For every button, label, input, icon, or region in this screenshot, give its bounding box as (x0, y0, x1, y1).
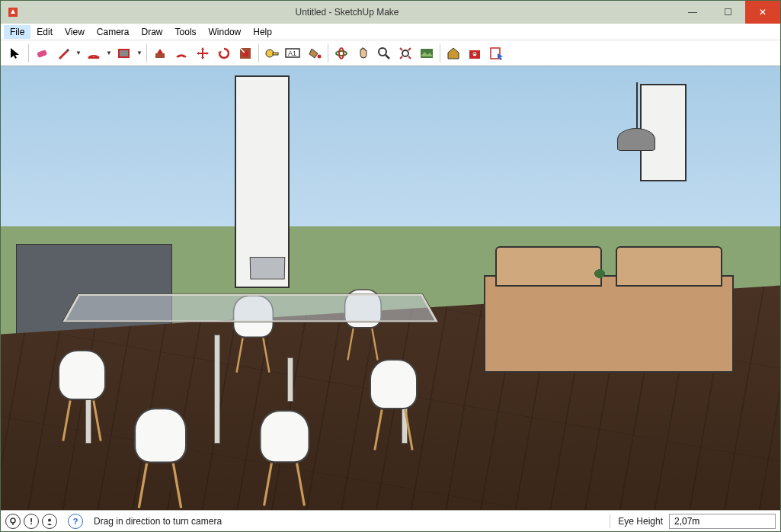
user-icon[interactable] (42, 514, 57, 529)
status-hint: Drag in direction to turn camera (86, 516, 602, 527)
viewport-3d[interactable] (1, 66, 780, 510)
menu-draw[interactable]: Draw (136, 25, 169, 39)
svg-point-11 (318, 54, 322, 58)
rotate-tool[interactable] (214, 43, 234, 63)
photo-textures-tool[interactable] (417, 43, 437, 63)
svg-rect-8 (273, 53, 278, 55)
chair (47, 350, 116, 441)
arc-dropdown[interactable]: ▼ (105, 50, 113, 56)
shape-tool[interactable] (114, 43, 134, 63)
svg-point-16 (402, 50, 408, 56)
move-tool[interactable] (193, 43, 213, 63)
offset-tool[interactable] (171, 43, 191, 63)
chair (248, 410, 321, 506)
minimize-button[interactable]: — (675, 1, 710, 24)
svg-point-22 (11, 518, 15, 523)
pencil-tool[interactable] (53, 43, 73, 63)
svg-rect-1 (37, 50, 47, 58)
warehouse-tool[interactable] (443, 43, 463, 63)
app-window: Untitled - SketchUp Make — ☐ ✕ File Edit… (0, 0, 781, 532)
tape-measure-tool[interactable] (262, 43, 282, 63)
credits-icon[interactable]: ! (24, 514, 39, 529)
zoom-extents-tool[interactable] (395, 43, 415, 63)
toolbar-separator (146, 44, 147, 62)
plant (591, 266, 609, 281)
window-title: Untitled - SketchUp Make (19, 7, 675, 18)
menu-help[interactable]: Help (247, 25, 278, 39)
menubar: File Edit View Camera Draw Tools Window … (1, 24, 780, 40)
eraser-tool[interactable] (32, 43, 52, 63)
svg-point-12 (336, 51, 347, 56)
select-tool[interactable] (5, 43, 25, 63)
maximize-button[interactable]: ☐ (710, 1, 745, 24)
toolbar-separator (328, 44, 328, 62)
chair (122, 408, 197, 508)
svg-line-15 (386, 55, 389, 59)
orbit-tool[interactable] (331, 43, 351, 63)
menu-file[interactable]: File (4, 25, 30, 39)
send-to-layout-tool[interactable] (486, 43, 506, 63)
menu-edit[interactable]: Edit (30, 25, 59, 39)
extension-warehouse-tool[interactable] (465, 43, 485, 63)
toolbar-separator (258, 44, 259, 62)
eye-height-input[interactable] (669, 514, 776, 529)
sofa (484, 275, 733, 373)
menu-tools[interactable]: Tools (169, 25, 203, 39)
statusbar: ! ? Drag in direction to turn camera Eye… (1, 510, 780, 531)
menu-window[interactable]: Window (203, 25, 248, 39)
pan-tool[interactable] (353, 43, 373, 63)
status-separator (610, 514, 610, 528)
svg-point-14 (379, 48, 386, 56)
close-button[interactable]: ✕ (745, 1, 780, 24)
shape-dropdown[interactable]: ▼ (136, 50, 143, 56)
toolbar-separator (28, 44, 29, 62)
window-controls: — ☐ ✕ (675, 1, 780, 24)
svg-point-24 (48, 518, 51, 521)
zoom-tool[interactable] (374, 43, 394, 63)
pendant-lamp (617, 128, 655, 151)
svg-text:A1: A1 (288, 50, 296, 57)
svg-rect-4 (155, 53, 165, 58)
titlebar[interactable]: Untitled - SketchUp Make — ☐ ✕ (1, 1, 780, 24)
help-icon[interactable]: ? (68, 514, 83, 529)
chair (360, 359, 428, 450)
arc-tool[interactable] (84, 43, 104, 63)
eye-height-label: Eye Height (618, 516, 666, 527)
svg-point-13 (339, 48, 344, 59)
app-icon (7, 6, 19, 18)
laptop (250, 257, 286, 280)
pencil-dropdown[interactable]: ▼ (75, 50, 82, 56)
geolocation-icon[interactable] (5, 514, 21, 529)
toolbar-separator (440, 44, 440, 62)
svg-rect-17 (421, 49, 433, 58)
scene-render (1, 66, 780, 510)
svg-rect-3 (119, 50, 129, 57)
paint-bucket-tool[interactable] (305, 43, 325, 63)
text-label-tool[interactable]: A1 (283, 43, 303, 63)
scale-tool[interactable] (235, 43, 255, 63)
menu-camera[interactable]: Camera (91, 25, 136, 39)
pushpull-tool[interactable] (150, 43, 170, 63)
toolbar: ▼ ▼ ▼ A1 (1, 40, 780, 66)
menu-view[interactable]: View (59, 25, 91, 39)
